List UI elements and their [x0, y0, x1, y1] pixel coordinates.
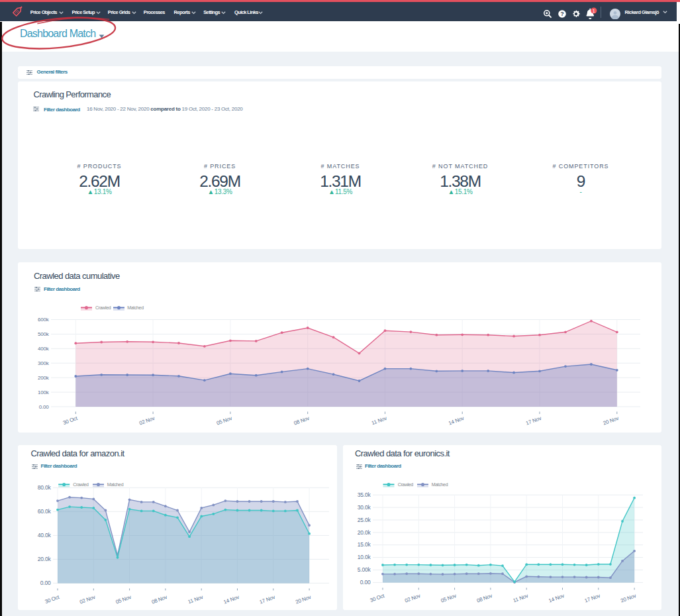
svg-text:10.0k: 10.0k: [358, 554, 371, 560]
svg-text:05 Nov: 05 Nov: [440, 593, 458, 604]
svg-text:200k: 200k: [38, 375, 50, 381]
svg-text:25.0k: 25.0k: [358, 517, 371, 523]
svg-text:08 Nov: 08 Nov: [476, 593, 493, 604]
svg-text:300k: 300k: [38, 360, 50, 366]
svg-text:500k: 500k: [38, 331, 50, 337]
svg-text:08 Nov: 08 Nov: [151, 594, 168, 605]
svg-text:30 Oct: 30 Oct: [44, 594, 61, 605]
svg-text:30.0k: 30.0k: [358, 504, 371, 511]
svg-text:20.0k: 20.0k: [38, 556, 52, 562]
svg-text:02 Nov: 02 Nov: [79, 594, 96, 605]
svg-text:17 Nov: 17 Nov: [584, 593, 601, 604]
svg-text:14 Nov: 14 Nov: [448, 415, 465, 427]
svg-text:0.00: 0.00: [39, 404, 50, 410]
svg-text:05 Nov: 05 Nov: [216, 415, 233, 427]
svg-text:08 Nov: 08 Nov: [293, 415, 311, 427]
svg-text:5.00k: 5.00k: [358, 566, 371, 573]
svg-text:02 Nov: 02 Nov: [404, 593, 421, 604]
svg-text:80.0k: 80.0k: [38, 484, 52, 491]
svg-text:20 Nov: 20 Nov: [603, 415, 620, 427]
svg-text:1: 1: [593, 9, 595, 13]
svg-text:35.0k: 35.0k: [358, 491, 371, 498]
svg-text:30 Oct: 30 Oct: [62, 415, 79, 426]
svg-text:05 Nov: 05 Nov: [115, 594, 132, 605]
svg-text:02 Nov: 02 Nov: [138, 415, 156, 427]
svg-text:14 Nov: 14 Nov: [548, 593, 565, 604]
svg-text:20 Nov: 20 Nov: [620, 593, 637, 604]
svg-text:60.0k: 60.0k: [38, 508, 52, 515]
svg-text:0.00: 0.00: [360, 579, 371, 586]
svg-text:30 Oct: 30 Oct: [369, 593, 386, 603]
svg-text:0.00: 0.00: [40, 580, 51, 586]
svg-text:17 Nov: 17 Nov: [259, 594, 276, 605]
svg-text:11 Nov: 11 Nov: [512, 593, 529, 604]
svg-text:40.0k: 40.0k: [38, 532, 52, 539]
svg-text:600k: 600k: [38, 317, 50, 323]
svg-text:20 Nov: 20 Nov: [295, 594, 312, 605]
svg-text:?: ?: [560, 11, 563, 17]
svg-text:17 Nov: 17 Nov: [525, 415, 542, 427]
svg-text:11 Nov: 11 Nov: [371, 415, 387, 427]
svg-text:14 Nov: 14 Nov: [222, 594, 240, 605]
svg-text:100k: 100k: [38, 389, 50, 395]
svg-text:20.0k: 20.0k: [358, 529, 371, 536]
svg-text:400k: 400k: [38, 346, 50, 352]
svg-text:15.0k: 15.0k: [358, 541, 371, 548]
svg-text:11 Nov: 11 Nov: [187, 594, 204, 605]
